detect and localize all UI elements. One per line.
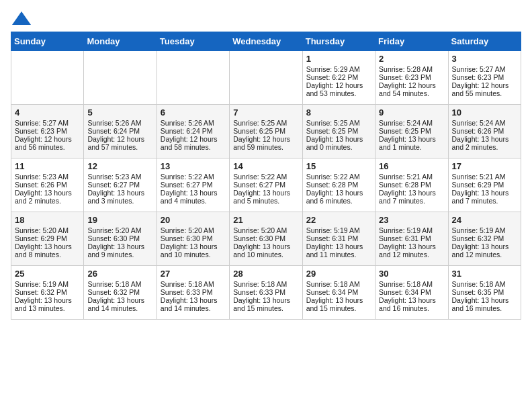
day-info: Sunset: 6:28 PM [379,181,444,189]
day-info: Sunrise: 5:18 AM [161,280,226,288]
day-cell: 19Sunrise: 5:20 AMSunset: 6:30 PMDayligh… [84,212,157,266]
day-info: Daylight: 13 hours [452,189,517,197]
day-info: Sunrise: 5:19 AM [452,226,517,234]
day-info: Daylight: 13 hours [233,189,298,197]
day-info: and 53 minutes. [306,89,371,97]
day-cell [84,51,157,105]
day-info: Sunset: 6:27 PM [161,181,226,189]
day-info: Daylight: 13 hours [306,296,371,304]
day-info: Sunrise: 5:22 AM [306,173,371,181]
day-info: Sunrise: 5:22 AM [233,173,298,181]
day-info: Sunrise: 5:28 AM [379,65,444,73]
day-info: Sunrise: 5:26 AM [161,119,226,127]
day-info: and 11 minutes. [306,250,371,259]
day-cell: 13Sunrise: 5:22 AMSunset: 6:27 PMDayligh… [157,158,229,212]
day-info: Daylight: 12 hours [161,135,226,143]
day-info: and 0 minutes. [306,143,371,151]
day-cell: 9Sunrise: 5:24 AMSunset: 6:25 PMDaylight… [375,105,448,158]
day-info: and 16 minutes. [379,304,444,312]
day-info: Daylight: 13 hours [15,189,80,197]
day-info: Sunrise: 5:18 AM [452,280,517,288]
day-cell: 22Sunrise: 5:19 AMSunset: 6:31 PMDayligh… [302,212,375,266]
day-info: Sunrise: 5:29 AM [306,65,371,73]
day-number: 22 [306,215,371,225]
day-info: Sunrise: 5:19 AM [306,226,371,234]
day-info: Sunrise: 5:25 AM [306,119,371,127]
day-number: 15 [306,161,371,171]
day-info: Sunrise: 5:20 AM [161,226,226,234]
day-info: and 54 minutes. [379,89,444,97]
day-info: Sunset: 6:26 PM [15,181,80,189]
day-info: Sunset: 6:23 PM [379,73,444,81]
day-number: 5 [87,107,152,118]
day-cell: 14Sunrise: 5:22 AMSunset: 6:27 PMDayligh… [230,158,302,212]
day-info: Daylight: 13 hours [87,242,152,250]
day-info: Sunset: 6:26 PM [452,127,517,135]
day-info: and 14 minutes. [161,304,226,312]
day-info: and 55 minutes. [452,89,517,97]
day-info: Sunrise: 5:21 AM [379,173,444,181]
day-cell: 6Sunrise: 5:26 AMSunset: 6:24 PMDaylight… [157,105,229,158]
day-info: Sunrise: 5:20 AM [15,226,80,234]
day-info: and 2 minutes. [452,143,517,151]
day-cell: 8Sunrise: 5:25 AMSunset: 6:25 PMDaylight… [302,105,375,158]
day-number: 19 [87,215,152,225]
day-number: 23 [379,215,444,225]
weekday-header-sunday: Sunday [11,32,84,51]
day-info: Sunset: 6:25 PM [233,127,298,135]
day-info: Daylight: 13 hours [161,296,226,304]
day-info: Daylight: 13 hours [379,189,444,197]
day-info: and 1 minute. [379,143,444,151]
week-row-4: 18Sunrise: 5:20 AMSunset: 6:29 PMDayligh… [11,212,521,266]
day-cell: 28Sunrise: 5:18 AMSunset: 6:33 PMDayligh… [230,266,302,320]
day-info: Daylight: 13 hours [379,242,444,250]
day-cell: 20Sunrise: 5:20 AMSunset: 6:30 PMDayligh… [157,212,229,266]
day-cell: 15Sunrise: 5:22 AMSunset: 6:28 PMDayligh… [302,158,375,212]
day-cell: 31Sunrise: 5:18 AMSunset: 6:35 PMDayligh… [448,266,521,320]
day-info: Sunset: 6:34 PM [379,288,444,296]
day-info: and 8 minutes. [15,250,80,259]
day-cell: 23Sunrise: 5:19 AMSunset: 6:31 PMDayligh… [375,212,448,266]
day-info: and 4 minutes. [161,197,226,205]
day-info: Sunset: 6:32 PM [15,288,80,296]
logo-icon [12,11,31,25]
day-cell: 30Sunrise: 5:18 AMSunset: 6:34 PMDayligh… [375,266,448,320]
day-info: Sunrise: 5:22 AM [161,173,226,181]
day-cell: 18Sunrise: 5:20 AMSunset: 6:29 PMDayligh… [11,212,84,266]
day-info: Daylight: 13 hours [306,135,371,143]
day-info: Sunset: 6:30 PM [233,234,298,242]
day-info: Sunrise: 5:19 AM [379,226,444,234]
week-row-5: 25Sunrise: 5:19 AMSunset: 6:32 PMDayligh… [11,266,521,320]
day-number: 11 [15,161,80,171]
day-info: Sunset: 6:31 PM [306,234,371,242]
weekday-header-row: SundayMondayTuesdayWednesdayThursdayFrid… [11,32,521,51]
day-cell: 10Sunrise: 5:24 AMSunset: 6:26 PMDayligh… [448,105,521,158]
svg-marker-0 [12,11,31,25]
day-info: Sunset: 6:25 PM [379,127,444,135]
day-info: Daylight: 13 hours [87,296,152,304]
day-cell: 12Sunrise: 5:23 AMSunset: 6:27 PMDayligh… [84,158,157,212]
day-info: Daylight: 12 hours [306,81,371,89]
day-info: Sunset: 6:27 PM [233,181,298,189]
day-number: 1 [306,54,371,64]
day-info: Daylight: 13 hours [379,135,444,143]
day-info: Sunset: 6:30 PM [87,234,152,242]
day-info: and 12 minutes. [379,250,444,259]
day-info: and 5 minutes. [233,197,298,205]
day-info: Sunset: 6:23 PM [15,127,80,135]
day-info: Sunrise: 5:21 AM [452,173,517,181]
weekday-header-friday: Friday [375,32,448,51]
day-cell: 24Sunrise: 5:19 AMSunset: 6:32 PMDayligh… [448,212,521,266]
day-info: Daylight: 13 hours [379,296,444,304]
day-cell: 1Sunrise: 5:29 AMSunset: 6:22 PMDaylight… [302,51,375,105]
day-info: Daylight: 13 hours [452,242,517,250]
day-info: Daylight: 13 hours [306,189,371,197]
day-info: Sunrise: 5:18 AM [233,280,298,288]
day-info: Sunrise: 5:19 AM [15,280,80,288]
day-cell: 11Sunrise: 5:23 AMSunset: 6:26 PMDayligh… [11,158,84,212]
day-info: and 16 minutes. [452,304,517,312]
day-info: Sunset: 6:33 PM [233,288,298,296]
day-number: 29 [306,269,371,279]
day-info: Daylight: 13 hours [233,296,298,304]
day-cell: 7Sunrise: 5:25 AMSunset: 6:25 PMDaylight… [230,105,302,158]
